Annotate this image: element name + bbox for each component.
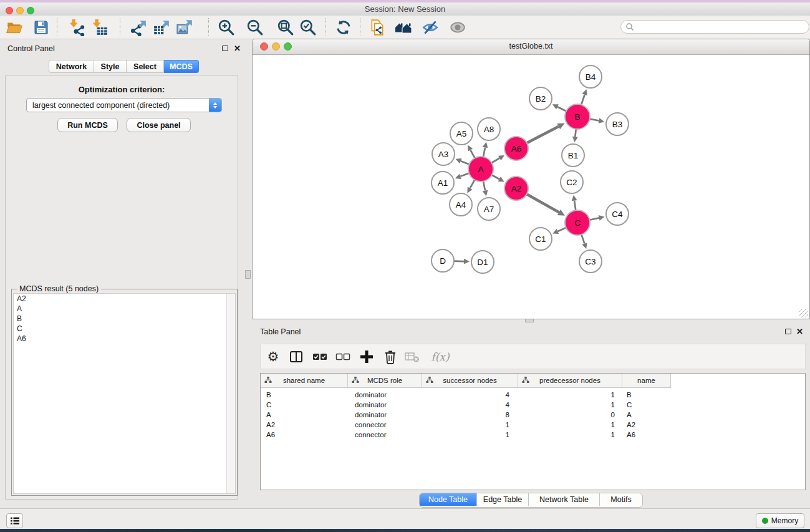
column-header-name[interactable]: name: [622, 374, 671, 387]
table-panel-float-icon[interactable]: [785, 329, 791, 334]
graph-edge-C-C3[interactable]: [581, 235, 584, 244]
graph-edge-A-A6[interactable]: [491, 158, 499, 163]
export-network-button[interactable]: [128, 17, 148, 37]
home-button[interactable]: [393, 17, 413, 37]
graph-edge-C-C1[interactable]: [557, 228, 566, 231]
column-header-shared-name[interactable]: shared name: [261, 374, 348, 387]
graph-edge-arrowhead: [582, 89, 587, 95]
hide-graphics-button[interactable]: [420, 17, 440, 37]
vertical-divider-grip[interactable]: [245, 270, 251, 279]
toolbar-separator: [325, 18, 326, 36]
table-row[interactable]: A2 connector 1 1 A2: [261, 420, 671, 430]
graph-edge-A6-B[interactable]: [527, 127, 559, 143]
list-item[interactable]: A: [14, 304, 235, 314]
tab-select[interactable]: Select: [127, 60, 164, 73]
export-image-button[interactable]: [175, 17, 195, 37]
table-panel-close-icon[interactable]: ✕: [796, 329, 803, 335]
column-header-mcds-role[interactable]: MCDS role: [348, 374, 422, 387]
graph-edge-A-A8[interactable]: [483, 147, 485, 157]
graph-edge-C-C4[interactable]: [590, 218, 599, 220]
list-item[interactable]: A6: [14, 334, 235, 344]
select-all-button[interactable]: [310, 347, 330, 366]
graph-edge-A2-C[interactable]: [527, 194, 559, 212]
open-session-button[interactable]: [4, 17, 24, 37]
table-row[interactable]: C dominator 4 1 C: [261, 400, 671, 410]
export-table-button[interactable]: [152, 17, 171, 37]
graph-edge-arrowhead: [599, 118, 605, 123]
zoom-in-button[interactable]: [216, 17, 236, 37]
graph-edge-D-D1[interactable]: [454, 261, 464, 262]
column-header-predecessor-nodes[interactable]: predecessor nodes: [518, 374, 622, 387]
resize-grip-icon[interactable]: [799, 309, 808, 317]
search-input[interactable]: [634, 22, 793, 32]
search-icon: [625, 22, 634, 31]
list-item[interactable]: C: [14, 324, 235, 334]
import-table-button[interactable]: [90, 17, 110, 37]
table-row[interactable]: A dominator 8 0 A: [261, 410, 671, 420]
tab-edge-table[interactable]: Edge Table: [477, 493, 529, 506]
network-view-window: testGlobe.txt B4B2BB3A8A5A6A3B1AA1C2A2A4…: [252, 39, 810, 319]
delete-column-button[interactable]: [380, 347, 400, 366]
zoom-selected-button[interactable]: [298, 17, 318, 37]
optimization-criterion-label: Optimization criterion:: [5, 85, 238, 94]
mcds-result-list[interactable]: A2 A B C A6: [13, 293, 236, 494]
control-panel-float-icon[interactable]: [222, 46, 228, 51]
graph-node-label: A8: [484, 125, 494, 134]
graph-edge-B-B3[interactable]: [590, 119, 599, 121]
table-row[interactable]: A6 connector 1 1 A6: [261, 430, 671, 440]
memory-button[interactable]: Memory: [756, 513, 804, 528]
tab-network[interactable]: Network: [49, 60, 94, 73]
import-network-button[interactable]: [67, 17, 87, 37]
export-network-icon: [130, 19, 147, 36]
show-graphics-button[interactable]: [448, 17, 468, 37]
graph-edge-arrowhead: [483, 190, 488, 196]
tab-style[interactable]: Style: [94, 60, 127, 73]
run-mcds-button[interactable]: Run MCDS: [57, 118, 118, 132]
attribute-tree-icon: [426, 377, 433, 384]
clone-network-button[interactable]: [367, 17, 387, 37]
delete-table-button[interactable]: [402, 347, 422, 366]
plus-icon: [359, 349, 375, 365]
graph-edge-B-B4[interactable]: [581, 95, 584, 105]
add-column-button[interactable]: [357, 347, 377, 366]
column-header-successor-nodes[interactable]: successor nodes: [422, 374, 518, 387]
search-field[interactable]: [620, 20, 809, 34]
show-columns-button[interactable]: [286, 347, 306, 366]
graph-edge-A-A2[interactable]: [492, 175, 499, 180]
criterion-dropdown[interactable]: largest connected component (directed): [26, 98, 222, 112]
result-list-scrollbar[interactable]: [226, 294, 235, 493]
deselect-all-button[interactable]: [333, 347, 353, 366]
gear-icon: ⚙: [268, 351, 279, 363]
graph-edge-A-A4[interactable]: [470, 180, 475, 188]
show-panels-button[interactable]: [6, 513, 23, 528]
function-builder-button[interactable]: f(x): [428, 347, 453, 366]
node-table: shared name MCDS role successor nodes pr…: [260, 373, 806, 490]
deselect-all-icon: [335, 349, 350, 364]
graph-edge-A-A1[interactable]: [460, 173, 469, 177]
graph-edge-B-B2[interactable]: [557, 107, 566, 111]
trash-icon: [383, 349, 398, 364]
close-panel-button[interactable]: Close panel: [127, 118, 191, 132]
graph-edge-A-A3[interactable]: [461, 161, 470, 164]
graph-edge-C-C2[interactable]: [574, 201, 576, 210]
toolbar-separator: [360, 18, 360, 36]
zoom-out-button[interactable]: [245, 17, 265, 37]
tab-motifs[interactable]: Motifs: [600, 493, 642, 506]
apply-layout-icon: [335, 19, 352, 36]
table-settings-button[interactable]: ⚙: [263, 347, 283, 366]
list-item[interactable]: B: [14, 314, 235, 324]
list-item[interactable]: A2: [14, 294, 235, 304]
control-panel-close-icon[interactable]: ✕: [234, 46, 241, 52]
graph-edge-B-B1[interactable]: [575, 129, 576, 137]
zoom-fit-button[interactable]: [276, 17, 296, 37]
network-canvas[interactable]: B4B2BB3A8A5A6A3B1AA1C2A2A4A7C4CC1C3DD1: [253, 55, 809, 319]
graph-edge-A-A7[interactable]: [483, 181, 485, 191]
apply-layout-button[interactable]: [334, 17, 354, 37]
tab-mcds[interactable]: MCDS: [164, 60, 199, 73]
graph-edge-A-A5[interactable]: [470, 150, 475, 158]
tab-node-table[interactable]: Node Table: [420, 493, 477, 506]
save-session-button[interactable]: [31, 17, 51, 37]
network-graph[interactable]: B4B2BB3A8A5A6A3B1AA1C2A2A4A7C4CC1C3DD1: [253, 55, 809, 319]
tab-network-table[interactable]: Network Table: [529, 493, 600, 506]
table-row[interactable]: B dominator 4 1 B: [261, 390, 671, 400]
